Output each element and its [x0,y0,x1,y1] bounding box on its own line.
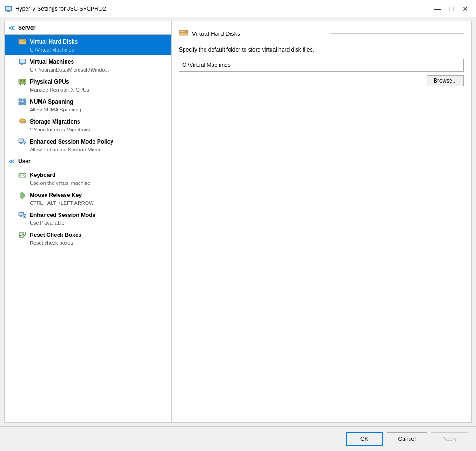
user-section-chevron: ≪ [8,157,15,165]
right-panel: Virtual Hard Disks Specify the default f… [172,21,472,423]
keyboard-icon [18,170,27,180]
enhanced-session-mode-title: Enhanced Session Mode [30,212,95,218]
browse-button[interactable]: Browse... [427,75,464,86]
virtual-machines-title: Virtual Machines [30,59,74,65]
path-input[interactable] [179,59,464,72]
svg-rect-35 [22,174,23,175]
nav-item-keyboard[interactable]: Keyboard Use on the virtual machine [5,168,171,188]
storage-migrations-subtitle: 2 Simultaneous Migrations [18,127,167,132]
virtual-hard-disks-subtitle: C:\Virtual Machines [18,47,167,52]
svg-rect-52 [19,233,24,237]
window-title: Hyper-V Settings for JSC-SFCPRO2 [15,6,431,12]
footer: OK Cancel Apply [0,426,476,451]
window-controls: — □ ✕ [431,4,472,13]
enhanced-session-mode-policy-title: Enhanced Session Mode Policy [30,138,113,145]
minimize-button[interactable]: — [431,4,444,13]
svg-rect-16 [24,84,25,85]
svg-rect-40 [22,175,23,176]
title-bar: Hyper-V Settings for JSC-SFCPRO2 — □ ✕ [0,0,476,17]
svg-rect-15 [20,84,21,85]
user-section-label: User [18,158,31,164]
svg-rect-39 [21,175,22,176]
svg-text:✓: ✓ [24,215,26,218]
svg-rect-3 [6,12,11,12]
mouse-release-key-icon [18,190,27,200]
main-window: Hyper-V Settings for JSC-SFCPRO2 — □ ✕ ≪… [0,0,476,451]
svg-rect-42 [20,176,24,177]
svg-rect-7 [19,40,23,41]
app-icon [4,5,13,13]
virtual-machines-icon [18,57,27,66]
virtual-hard-disks-icon [18,37,27,46]
svg-rect-37 [25,174,26,175]
nav-item-virtual-machines[interactable]: Virtual Machines C:\ProgramData\Microsof… [5,55,171,75]
nav-item-physical-gpus[interactable]: Physical GPUs Manage RemoteFX GPUs [5,75,171,95]
nav-item-storage-migrations[interactable]: Storage Migrations 2 Simultaneous Migrat… [5,115,171,135]
enhanced-session-mode-icon: ✓ [18,210,27,220]
keyboard-title: Keyboard [30,172,55,178]
close-button[interactable]: ✕ [459,4,472,13]
storage-migrations-title: Storage Migrations [30,118,80,125]
nav-item-enhanced-session-mode[interactable]: ✓ Enhanced Session Mode Use if available [5,208,171,228]
cancel-button[interactable]: Cancel [387,432,427,445]
reset-check-boxes-icon [18,230,27,240]
enhanced-session-mode-policy-icon: ✓ [18,137,27,146]
panel-section-divider [330,33,464,34]
panel-section-title: Virtual Hard Disks [192,30,326,37]
svg-rect-49 [20,217,23,217]
numa-spanning-title: NUMA Spanning [30,98,73,105]
keyboard-subtitle: Use on the virtual machine [18,180,167,186]
nav-item-numa-spanning[interactable]: NUMA Spanning Allow NUMA Spanning [5,95,171,115]
svg-rect-20 [23,102,26,105]
panel-section-icon [179,29,188,38]
svg-rect-36 [24,174,25,175]
physical-gpus-title: Physical GPUs [30,78,69,85]
enhanced-session-mode-policy-subtitle: Allow Enhanced Session Mode [18,147,167,152]
svg-rect-38 [20,175,20,176]
svg-rect-47 [19,213,23,215]
svg-text:✓: ✓ [24,142,26,144]
numa-spanning-icon [18,97,27,106]
svg-rect-11 [20,65,25,65]
svg-point-6 [24,40,25,41]
enhanced-session-mode-subtitle: Use if available [18,220,167,226]
svg-rect-14 [23,80,25,82]
nav-item-mouse-release-key[interactable]: Mouse Release Key CTRL +ALT +LEFT ARROW [5,188,171,208]
panel-title-row: Virtual Hard Disks [179,29,464,40]
panel-description: Specify the default folder to store virt… [179,46,464,53]
svg-rect-29 [20,144,23,144]
virtual-hard-disks-title: Virtual Hard Disks [30,39,78,45]
server-section-label: Server [18,25,35,31]
apply-button[interactable]: Apply [431,432,468,445]
storage-migrations-icon [18,117,27,126]
nav-item-reset-check-boxes[interactable]: Reset Check Boxes Reset check boxes [5,228,171,248]
nav-item-enhanced-session-mode-policy[interactable]: ✓ Enhanced Session Mode Policy Allow Enh… [5,135,171,155]
nav-item-virtual-hard-disks[interactable]: Virtual Hard Disks C:\Virtual Machines [5,35,171,55]
physical-gpus-icon [18,77,27,86]
server-section-chevron: ≪ [8,24,15,32]
reset-check-boxes-title: Reset Check Boxes [30,232,81,238]
numa-spanning-subtitle: Allow NUMA Spanning [18,107,167,112]
user-section-header[interactable]: ≪ User [5,155,171,168]
svg-rect-13 [20,80,22,82]
svg-rect-27 [19,139,23,142]
left-panel: ≪ Server Virtual Hard Disks [4,21,172,423]
ok-button[interactable]: OK [346,432,383,446]
svg-rect-57 [180,31,185,32]
svg-rect-33 [20,174,20,175]
svg-rect-18 [23,99,26,101]
svg-rect-19 [19,102,22,105]
svg-rect-41 [24,175,25,176]
virtual-machines-subtitle: C:\ProgramData\Microsoft\Windo... [18,67,167,72]
physical-gpus-subtitle: Manage RemoteFX GPUs [18,87,167,92]
mouse-release-key-subtitle: CTRL +ALT +LEFT ARROW [18,200,167,206]
server-section-header[interactable]: ≪ Server [5,21,171,35]
svg-rect-9 [20,59,25,63]
maximize-button[interactable]: □ [445,4,458,13]
svg-rect-17 [19,99,22,101]
svg-rect-34 [21,174,22,175]
svg-point-56 [186,31,187,32]
reset-check-boxes-subtitle: Reset check boxes [18,240,167,246]
svg-rect-1 [6,7,11,10]
mouse-release-key-title: Mouse Release Key [30,192,82,198]
